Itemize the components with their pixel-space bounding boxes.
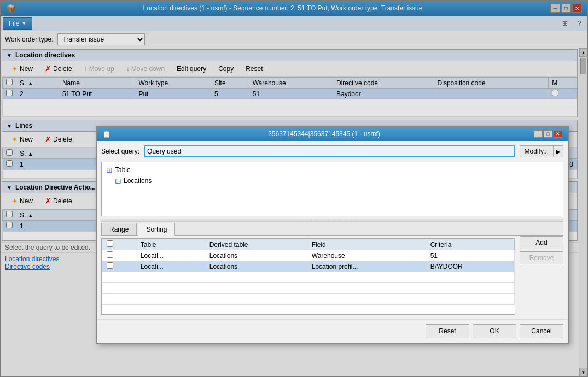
criteria-table-wrap: Table Derived table Field Criteria Locat… — [101, 236, 515, 315]
select-query-label: Select query: — [101, 148, 139, 155]
crit-col-derived: Derived table — [205, 239, 307, 250]
locations-icon: ⊟ — [115, 176, 121, 185]
crit-col-table: Table — [136, 239, 205, 250]
criteria-row-2[interactable]: Locati... Locations Location profil... B… — [102, 261, 515, 272]
modal-dialog: 📋 35637145344|35637145345 (1 - usmf) ─ □… — [96, 126, 569, 344]
table-icon: ⊞ — [106, 166, 113, 174]
crit-col-checkbox — [102, 239, 136, 250]
modify-label: Modify... — [520, 148, 553, 155]
modify-button[interactable]: Modify... ▶ — [520, 145, 563, 157]
tree-item-table[interactable]: ⊞ Table — [104, 164, 561, 175]
modal-title-controls: ─ □ ✕ — [534, 130, 562, 138]
crit-row1-field: Warehouse — [307, 250, 426, 261]
modal-minimize-button[interactable]: ─ — [534, 130, 543, 138]
remove-criteria-button[interactable]: Remove — [520, 251, 563, 264]
crit-row1-derived: Locations — [205, 250, 307, 261]
tree-item-locations[interactable]: ⊟ Locations — [104, 175, 561, 186]
crit-row1-chk[interactable] — [107, 251, 113, 258]
criteria-row-empty2 — [102, 283, 515, 294]
criteria-row: Table Derived table Field Criteria Locat… — [101, 236, 563, 315]
tab-sorting[interactable]: Sorting — [138, 223, 175, 236]
crit-row2-field: Location profil... — [307, 261, 426, 272]
modal-overlay: 📋 35637145344|35637145345 (1 - usmf) ─ □… — [0, 0, 588, 377]
crit-col-criteria: Criteria — [426, 239, 514, 250]
modal-body: Select query: Modify... ▶ ⊞ Table ⊟ Loca… — [97, 141, 568, 319]
resize-dots: · · · · · · · · · · · · — [299, 218, 365, 223]
criteria-row-empty3 — [102, 294, 515, 305]
tree-locations-label: Locations — [124, 177, 152, 185]
select-query-row: Select query: Modify... ▶ — [101, 145, 563, 157]
criteria-side-buttons: Add Remove — [515, 236, 563, 264]
crit-row2-criteria: BAYDOOR — [426, 261, 514, 272]
crit-row1-criteria: 51 — [426, 250, 514, 261]
tree-table-label: Table — [115, 166, 131, 174]
modal-reset-button[interactable]: Reset — [426, 324, 469, 338]
modal-title: 35637145344|35637145345 (1 - usmf) — [268, 130, 380, 138]
criteria-table-area: Table Derived table Field Criteria Locat… — [101, 238, 515, 315]
modify-arrow-icon: ▶ — [553, 146, 563, 157]
modal-title-bar: 📋 35637145344|35637145345 (1 - usmf) ─ □… — [97, 127, 568, 141]
criteria-row-empty1 — [102, 272, 515, 283]
crit-row2-chk[interactable] — [107, 262, 113, 269]
crit-row1-checkbox — [102, 250, 136, 261]
crit-row2-table: Locati... — [136, 261, 205, 272]
query-input[interactable] — [144, 145, 515, 157]
crit-row1-table: Locati... — [136, 250, 205, 261]
modal-footer: Reset OK Cancel — [97, 319, 568, 343]
tab-range[interactable]: Range — [101, 223, 137, 235]
add-criteria-button[interactable]: Add — [520, 236, 563, 249]
criteria-row-1[interactable]: Locati... Locations Warehouse 51 — [102, 250, 515, 261]
tree-area: ⊞ Table ⊟ Locations — [101, 162, 563, 216]
criteria-table: Table Derived table Field Criteria Locat… — [102, 239, 515, 305]
crit-row2-derived: Locations — [205, 261, 307, 272]
modal-cancel-button[interactable]: Cancel — [520, 324, 563, 338]
modal-close-button[interactable]: ✕ — [554, 130, 562, 138]
crit-select-all[interactable] — [107, 240, 113, 247]
modal-ok-button[interactable]: OK — [473, 324, 516, 338]
crit-row2-checkbox — [102, 261, 136, 272]
tabs-bar: Range Sorting — [101, 222, 563, 236]
modal-maximize-button[interactable]: □ — [544, 130, 552, 138]
crit-col-field: Field — [307, 239, 426, 250]
